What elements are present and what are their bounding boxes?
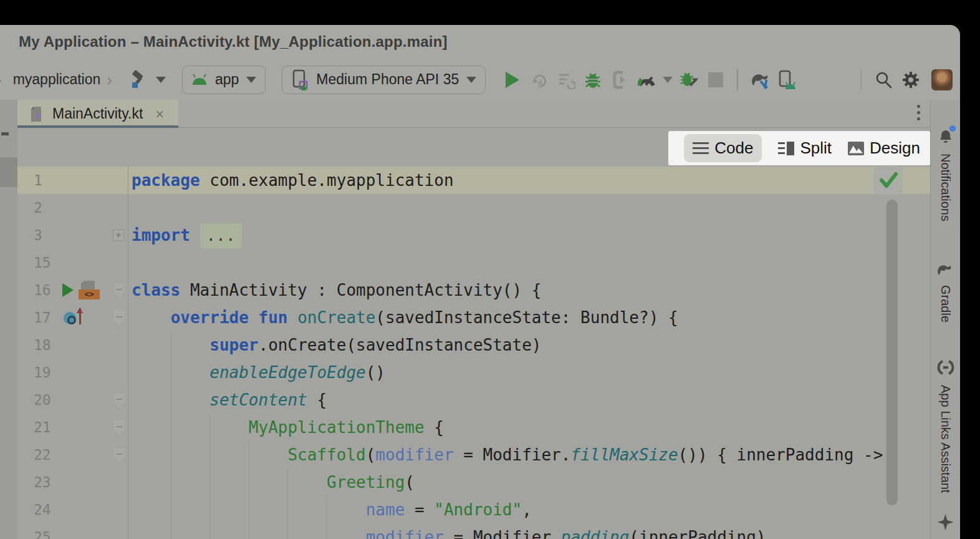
code-line[interactable]: 16<>class MainActivity : ComponentActivi… [17,276,930,304]
sidebar-label: Notifications [938,153,953,221]
breadcrumb[interactable]: myapplication [13,71,101,88]
fold-gutter[interactable] [111,167,128,194]
device-manager-icon[interactable] [776,69,797,90]
fold-gutter[interactable] [111,276,128,304]
fold-gutter[interactable] [111,496,128,523]
collapse-fold-icon[interactable] [113,420,125,435]
gutter-icons: <> [55,276,111,304]
fold-gutter[interactable] [111,523,128,539]
collapse-fold-icon[interactable] [113,311,125,326]
android-studio-window: My Application – MainActivity.kt [My_App… [0,25,960,539]
title-bar: My Application – MainActivity.kt [My_App… [0,25,960,59]
code-text: Scaffold(modifier = Modifier.fillMaxSize… [128,441,930,469]
fold-gutter[interactable] [111,414,128,441]
tab-mainactivity[interactable]: MainActivity.kt × [17,100,178,128]
chevron-icon: › [0,72,2,88]
code-line[interactable]: 1package com.example.myapplication [17,167,930,194]
fold-gutter[interactable] [111,386,128,414]
code-line[interactable]: 18 super.onCreate(savedInstanceState) [17,331,930,359]
indent-guide [249,523,249,539]
profile-restart-icon[interactable] [678,69,699,90]
sidebar-item-gradle[interactable]: Gradle [936,261,955,323]
collapse-fold-icon[interactable] [113,283,125,298]
attach-debugger-icon [609,69,630,90]
split-view-icon [778,142,794,155]
code-text: modifier = Modifier.padding(innerPadding… [128,523,930,539]
inspections-status[interactable] [874,166,903,195]
module-selector[interactable]: app [182,66,266,94]
view-mode-label: Split [800,138,832,158]
device-selector[interactable]: Medium Phone API 35 [282,66,486,94]
collapse-fold-icon[interactable] [113,393,125,408]
fold-gutter[interactable] [111,194,128,221]
chevron-down-icon[interactable] [663,77,673,83]
fold-gutter[interactable] [111,331,128,359]
build-hammer-icon[interactable] [127,69,148,90]
line-number: 19 [17,359,55,386]
sidebar-item-app-links-assistant[interactable]: App Links Assistant [937,359,954,493]
code-line[interactable]: 3+import ... [17,221,930,249]
indent-guide [249,469,249,496]
profiler-icon[interactable] [636,69,657,90]
user-avatar[interactable] [931,69,953,90]
view-mode-code-button[interactable]: Code [684,134,762,162]
apply-code-changes-icon [555,69,577,90]
indent-guide [249,496,249,523]
code-line[interactable]: 24 name = "Android", [17,496,930,523]
debug-icon[interactable] [582,69,603,90]
code-line[interactable]: 2 [17,194,930,221]
gradle-sync-icon[interactable] [749,69,770,90]
gemini-sparkle-icon[interactable] [938,514,954,530]
editor-mode-toolbar: Code Split Design [17,128,930,165]
close-icon[interactable]: × [155,107,164,122]
fold-gutter[interactable] [111,249,128,276]
line-number: 25 [17,523,55,539]
code-line[interactable]: 15 [17,249,930,276]
compose-preview-icon[interactable]: <> [79,281,100,299]
screen: My Application – MainActivity.kt [My_App… [0,0,980,539]
code-text: import ... [128,221,930,249]
collapse-fold-icon[interactable] [113,448,125,463]
view-mode-label: Design [870,138,920,158]
overrides-method-icon[interactable] [62,308,84,327]
settings-gear-icon[interactable] [900,69,921,90]
run-icon[interactable] [502,69,523,90]
expand-fold-icon[interactable]: + [113,230,124,241]
fold-gutter[interactable] [111,441,128,469]
tool-stripe-button[interactable] [0,157,17,187]
android-icon [191,73,208,87]
fold-gutter[interactable] [111,359,128,386]
indent-guide [209,523,210,539]
fold-gutter[interactable] [111,304,128,331]
fold-gutter[interactable] [111,469,128,496]
code-editor[interactable]: 1package com.example.myapplication23+imp… [17,165,930,539]
fold-gutter[interactable]: + [111,221,128,249]
tool-stripe-icon[interactable] [1,132,9,135]
code-line[interactable]: 21 MyApplicationTheme { [17,414,930,441]
gutter-icons [55,304,111,331]
code-line[interactable]: 23 Greeting( [17,469,930,496]
code-line[interactable]: 19 enableEdgeToEdge() [17,359,930,386]
code-text: super.onCreate(savedInstanceState) [128,331,930,359]
gutter-icons [55,194,111,221]
code-text: class MainActivity : ComponentActivity()… [128,276,930,304]
code-line[interactable]: 17 override fun onCreate(savedInstanceSt… [17,304,930,331]
line-number: 22 [17,441,55,469]
search-icon[interactable] [873,69,894,90]
view-mode-split-button[interactable]: Split [778,138,832,158]
sidebar-label: App Links Assistant [938,385,953,493]
editor-scrollbar[interactable] [886,200,898,505]
code-line[interactable]: 25 modifier = Modifier.padding(innerPadd… [17,523,930,539]
window-title: My Application – MainActivity.kt [My_App… [19,33,448,51]
more-options-kebab-icon[interactable] [917,105,920,120]
run-class-icon[interactable] [62,283,74,297]
code-line[interactable]: 22 Scaffold(modifier = Modifier.fillMaxS… [17,441,930,469]
chevron-down-icon[interactable] [156,77,166,83]
sidebar-item-notifications[interactable]: Notifications [937,127,954,221]
line-number: 17 [17,304,55,331]
line-number: 21 [17,414,55,441]
view-mode-design-button[interactable]: Design [848,138,920,158]
notifications-bell-icon [937,127,954,147]
code-line[interactable]: 20 setContent { [17,386,930,414]
gradle-elephant-icon [936,261,955,279]
